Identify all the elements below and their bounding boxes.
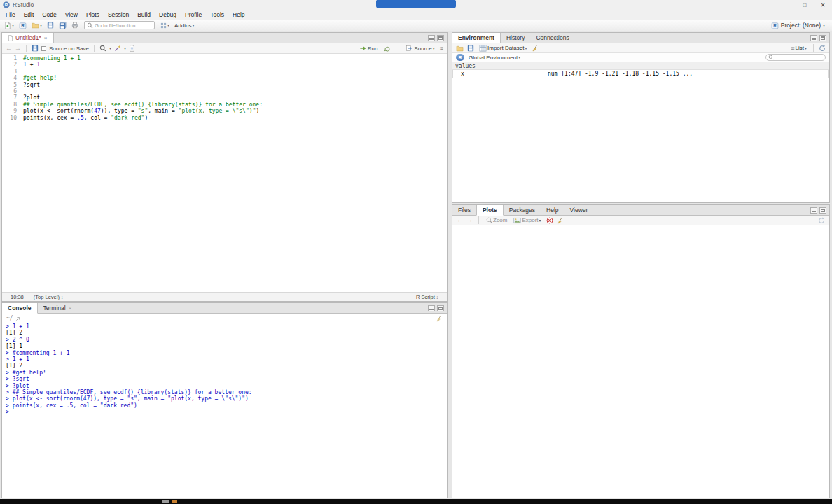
global-environment-selector[interactable]: Global Environment ▾ [467,54,522,62]
new-file-button[interactable]: ▾ [3,21,15,30]
code-line[interactable]: 10points(x, cex = .5, col = "dark red") [2,115,447,121]
scope-selector[interactable]: (Top Level) ↕ [34,294,63,300]
zoom-button[interactable]: Zoom [485,216,508,224]
close-terminal-icon[interactable]: × [69,305,72,312]
open-file-button[interactable]: ▾ [30,21,43,29]
maximize-pane-button[interactable] [437,305,444,312]
clear-console-broom-icon[interactable] [436,315,443,322]
menu-code[interactable]: Code [38,10,60,20]
tab-plots[interactable]: Plots [476,205,504,216]
code-line[interactable]: 21 + 1 [2,62,447,68]
tab-files[interactable]: Files [452,205,476,215]
menu-profile[interactable]: Profile [181,10,206,20]
source-button[interactable]: Source ▾ [404,44,436,52]
menu-build[interactable]: Build [133,10,155,20]
clear-plots-broom-icon[interactable] [557,217,564,224]
taskbar-icon[interactable] [172,500,177,503]
tab-help[interactable]: Help [541,205,564,215]
code-line[interactable]: 1#commenting 1 + 1 [2,55,447,62]
remove-plot-icon[interactable] [546,217,553,224]
environment-toolbar-right: ≡ List ▾ [789,44,826,52]
menu-edit[interactable]: Edit [20,10,39,20]
maximize-pane-button[interactable] [819,35,826,41]
maximize-button[interactable]: □ [796,0,814,10]
taskbar-icon[interactable] [162,500,169,503]
forward-icon[interactable]: → [15,46,21,52]
source-pane-buttons [428,33,447,43]
code-line[interactable]: 8## Simple quantiles/ECDF, see ecdf() {l… [2,102,447,108]
maximize-pane-button[interactable] [437,35,444,41]
code-line[interactable]: 3 [2,69,447,75]
import-dataset-button[interactable]: Import Dataset ▾ [478,44,528,52]
menu-plots[interactable]: Plots [82,10,104,20]
pane-layout-button[interactable]: ▾ [159,22,171,29]
source-on-save-checkbox[interactable] [41,46,46,51]
clear-workspace-broom-icon[interactable] [532,45,539,52]
find-replace-icon[interactable] [99,45,106,52]
environment-entry[interactable]: xnum [1:47] -1.9 -1.21 -1.18 -1.15 -1.15… [452,70,829,78]
menu-file[interactable]: File [1,10,20,20]
console-line: > plot(x <- sort(rnorm(47)), type = "s",… [6,396,447,402]
minimize-button[interactable]: – [777,0,796,10]
tab-environment[interactable]: Environment [452,33,501,43]
list-view-button[interactable]: ≡ List ▾ [789,44,808,52]
chevron-down-icon: ▾ [525,46,527,50]
project-selector[interactable]: R Project: (None) ▾ [771,22,829,29]
plots-toolbar: ← → Zoom Export ▾ [452,216,829,225]
goto-directory-icon[interactable] [15,316,21,321]
rerun-button[interactable] [382,44,392,52]
document-outline-icon[interactable]: ≡ [440,45,443,52]
code-line[interactable]: 5?sqrt [2,82,447,88]
minimize-pane-button[interactable] [428,305,435,312]
next-plot-icon[interactable]: → [466,217,473,223]
code-editor[interactable]: 1#commenting 1 + 121 + 134#get help!5?sq… [2,54,447,292]
tab-viewer[interactable]: Viewer [564,205,594,215]
save-workspace-icon[interactable] [467,45,474,52]
export-image-icon [513,217,521,224]
tab-label: Files [458,206,471,214]
new-project-button[interactable]: R [18,21,28,30]
code-line[interactable]: 7?plot [2,94,447,101]
menu-tools[interactable]: Tools [206,10,228,20]
menu-view[interactable]: View [61,10,82,20]
code-line[interactable]: 4#get help! [2,75,447,81]
save-all-button[interactable] [57,21,68,30]
goto-file-input[interactable] [95,22,152,29]
previous-plot-icon[interactable]: ← [457,217,463,223]
minimize-pane-button[interactable] [810,35,817,41]
compile-report-icon[interactable] [129,45,135,52]
tab-untitled1[interactable]: Untitled1* × [2,33,54,43]
load-workspace-icon[interactable] [456,45,464,52]
export-button[interactable]: Export ▾ [512,216,542,225]
menu-session[interactable]: Session [104,10,133,20]
code-line[interactable]: 9plot(x <- sort(rnorm(47)), type = "s", … [2,108,447,114]
refresh-icon[interactable] [819,45,826,52]
minimize-pane-button[interactable] [810,207,817,214]
environment-search-input[interactable] [775,55,832,60]
tab-terminal[interactable]: Terminal × [38,303,78,313]
back-icon[interactable]: ← [6,46,12,52]
save-button[interactable] [46,21,55,29]
console-output[interactable]: > 1 + 1[1] 2> 2 ^ 0[1] 1> #commenting 1 … [2,323,447,498]
menu-debug[interactable]: Debug [155,10,181,20]
run-button[interactable]: Run [358,44,380,52]
menu-help[interactable]: Help [228,10,249,20]
print-button[interactable] [70,21,80,29]
file-type-selector[interactable]: R Script ↕ [416,294,438,300]
tab-connections[interactable]: Connections [530,33,574,43]
editor-toolbar: ← → Source on Save ▾ ▾ Run [2,43,447,54]
save-icon[interactable] [32,45,39,52]
code-tools-wand-icon[interactable] [114,45,121,52]
maximize-pane-button[interactable] [819,207,826,214]
code-line[interactable]: 6 [2,88,447,94]
tab-packages[interactable]: Packages [504,205,541,215]
close-tab-icon[interactable]: × [44,35,48,41]
tab-history[interactable]: History [501,33,530,43]
addins-button[interactable]: Addins ▾ [173,22,195,29]
save-all-icon [59,22,67,29]
minimize-pane-button[interactable] [428,35,435,41]
chevron-down-icon: ▾ [193,23,195,27]
tab-console[interactable]: Console [2,303,38,314]
refresh-icon[interactable] [818,217,825,224]
close-button[interactable]: ✕ [814,0,832,10]
